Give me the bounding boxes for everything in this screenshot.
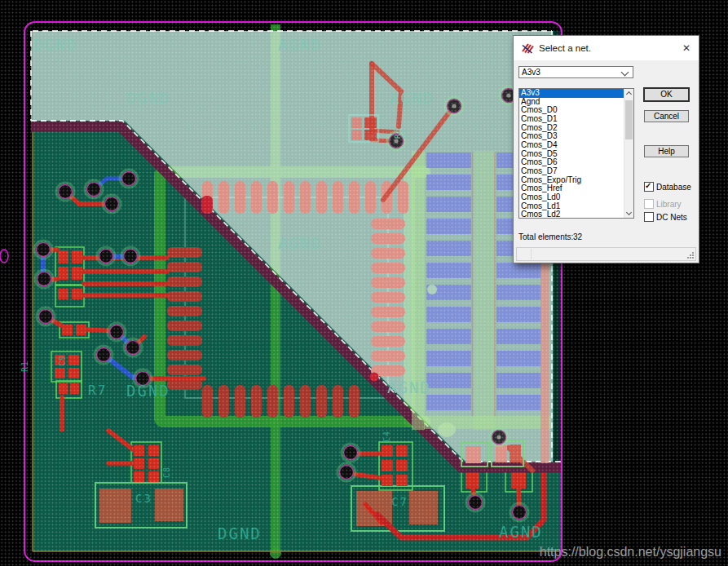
dialog-statusbar (516, 247, 696, 261)
net-list-item[interactable]: Cmos_Ld2 (519, 210, 624, 219)
checkbox-box[interactable] (644, 182, 654, 192)
dialog-titlebar[interactable]: Select a net. ✕ (514, 36, 699, 60)
resize-grip[interactable] (686, 250, 694, 259)
checkbox-label: DC Nets (656, 213, 687, 222)
listbox-scrollbar[interactable] (624, 89, 633, 218)
net-list-item[interactable]: Cmos_Ld0 (519, 193, 624, 202)
select-net-dialog: Select a net. ✕ A3v3 A3v3AgndCmos_D0Cmos… (513, 35, 699, 263)
net-combobox-value: A3v3 (522, 68, 540, 77)
statusbar-divider (531, 249, 532, 259)
total-elements-value: 32 (573, 232, 582, 241)
total-elements-label: Total elements: (518, 232, 573, 241)
dialog-title: Select a net. (539, 43, 591, 53)
board-origin-marker (0, 250, 8, 263)
app-icon (521, 42, 534, 55)
net-listbox[interactable]: A3v3AgndCmos_D0Cmos_D1Cmos_D2Cmos_D3Cmos… (518, 88, 634, 219)
pcb-editor-viewport[interactable]: DGNDDGNDAGNDAGNDAGNDAGNDDGNDR7DGNDAGNDC3… (0, 0, 728, 566)
scroll-down-button[interactable] (624, 209, 633, 218)
ok-button[interactable]: OK (644, 88, 689, 101)
net-list-item[interactable]: Cmos_D4 (519, 141, 624, 150)
net-list-item[interactable]: Cmos_D7 (519, 167, 624, 176)
scroll-up-button[interactable] (624, 89, 633, 98)
total-elements-row: Total elements: 32 (518, 232, 573, 241)
close-icon[interactable]: ✕ (680, 42, 693, 55)
net-combobox[interactable]: A3v3 (518, 66, 633, 78)
watermark: https://blog.csdn.net/ysgjiangsu (540, 545, 721, 559)
cancel-button[interactable]: Cancel (644, 110, 689, 122)
checkbox-label: Database (656, 183, 691, 192)
checkbox-label: Library (656, 200, 682, 209)
checkbox-box[interactable] (644, 212, 654, 222)
chevron-down-icon (621, 69, 629, 77)
checkbox-box[interactable] (644, 199, 654, 209)
scrollbar-thumb[interactable] (625, 100, 633, 139)
help-button[interactable]: Help (644, 145, 689, 157)
